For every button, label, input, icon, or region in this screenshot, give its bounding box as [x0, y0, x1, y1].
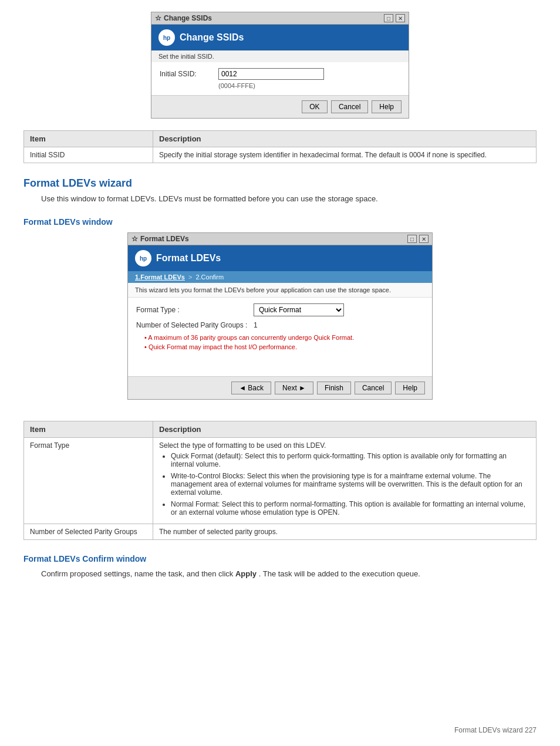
col-item: Item — [24, 131, 153, 147]
confirm-section-title: Format LDEVs Confirm window — [23, 554, 537, 563]
close-button[interactable]: ✕ — [396, 14, 405, 22]
wizard-step-1: 1.Format LDEVs — [135, 274, 185, 281]
confirm-desc-2: . The task will be added to the executio… — [259, 569, 420, 578]
hp-logo: hp — [158, 29, 175, 46]
bullet-3: Normal Format: Select this to perform no… — [171, 500, 530, 517]
format-dialog-header-title: Format LDEVs — [156, 253, 221, 264]
help-button2[interactable]: Help — [395, 382, 425, 394]
initial-ssid-row: Initial SSID: — [160, 68, 400, 80]
ssid-hint: (0004-FFFE) — [218, 82, 400, 89]
format-ldevs-window-subtitle: Format LDEVs window — [23, 217, 537, 227]
parity-groups-row: Number of Selected Parity Groups : 1 — [136, 321, 424, 329]
dialog-header-title: Change SSIDs — [180, 32, 244, 43]
minimize-button[interactable]: □ — [384, 14, 393, 22]
format-type-select[interactable]: Quick Format Write-to-Control Blocks Nor… — [254, 303, 344, 316]
bullet-2: Write-to-Control Blocks: Select this whe… — [171, 472, 530, 497]
hp-logo2: hp — [135, 250, 151, 266]
parity-groups-table-row: Number of Selected Parity Groups The num… — [24, 524, 537, 540]
dialog-titlebar: ☆ Change SSIDs □ ✕ — [151, 12, 409, 25]
change-ssids-table: Item Description Initial SSID Specify th… — [23, 130, 537, 163]
format-ldevs-desc: Use this window to format LDEVs. LDEVs m… — [41, 194, 537, 203]
format-ldevs-wizard-section: Format LDEVs wizard Use this window to f… — [23, 177, 537, 203]
dialog-header: hp Change SSIDs — [151, 25, 409, 50]
description-cell: Specify the initial storage system ident… — [153, 147, 537, 163]
wizard-steps: 1.Format LDEVs > 2.Confirm — [128, 271, 432, 283]
format-col-item: Item — [24, 421, 153, 438]
wizard-step-2: 2.Confirm — [195, 274, 224, 281]
cancel-button[interactable]: Cancel — [331, 100, 368, 113]
change-ssids-dialog: ☆ Change SSIDs □ ✕ hp Change SSIDs Set t… — [151, 12, 409, 119]
parity-groups-value: 1 — [254, 321, 258, 329]
minimize-button2[interactable]: □ — [407, 235, 417, 243]
format-form: Format Type : Quick Format Write-to-Cont… — [128, 298, 432, 359]
format-dialog-title: Format LDEVs — [140, 235, 189, 243]
format-ldevs-dialog: ☆ Format LDEVs □ ✕ hp Format LDEVs 1.For… — [127, 232, 433, 400]
format-type-row: Format Type : Quick Format Write-to-Cont… — [136, 303, 424, 316]
format-ldevs-confirm-section: Format LDEVs Confirm window Confirm prop… — [23, 554, 537, 578]
format-note-2: • Quick Format may impact the host I/O p… — [144, 343, 424, 350]
format-type-desc-cell: Select the type of formatting to be used… — [153, 438, 537, 524]
format-type-item-cell: Format Type — [24, 438, 153, 524]
format-type-intro: Select the type of formatting to be used… — [159, 441, 326, 450]
format-col-description: Description — [153, 421, 537, 438]
finish-button[interactable]: Finish — [317, 382, 351, 394]
format-type-table-row: Format Type Select the type of formattin… — [24, 438, 537, 524]
format-type-select-wrapper: Quick Format Write-to-Control Blocks Nor… — [254, 303, 344, 316]
cancel-button2[interactable]: Cancel — [355, 382, 392, 394]
titlebar-controls: □ ✕ — [384, 14, 405, 22]
expand-icon: ☆ — [155, 14, 161, 22]
table-row: Initial SSID Specify the initial storage… — [24, 147, 537, 163]
bullet-1: Quick Format (default): Select this to p… — [171, 452, 530, 468]
dialog-subtitle: Set the initial SSID. — [151, 50, 409, 62]
format-note-1: • A maximum of 36 parity groups can conc… — [144, 334, 424, 341]
initial-ssid-label: Initial SSID: — [160, 70, 218, 78]
item-cell: Initial SSID — [24, 147, 153, 163]
dialog-content: Initial SSID: (0004-FFFE) — [151, 62, 409, 95]
format-ldevs-table: Item Description Format Type Select the … — [23, 421, 537, 540]
format-ldevs-window-section: Format LDEVs window ☆ Format LDEVs □ ✕ h… — [23, 217, 537, 540]
format-dialog-titlebar: ☆ Format LDEVs □ ✕ — [128, 233, 432, 245]
expand-icon2: ☆ — [131, 235, 138, 243]
format-wizard-desc: This wizard lets you format the LDEVs be… — [128, 283, 432, 298]
parity-groups-item-cell: Number of Selected Parity Groups — [24, 524, 153, 540]
help-button[interactable]: Help — [372, 100, 402, 113]
format-type-label: Format Type : — [136, 306, 254, 314]
next-button[interactable]: Next ► — [275, 382, 313, 394]
format-dialog-footer: ◄ Back Next ► Finish Cancel Help — [128, 376, 432, 399]
format-ldevs-title: Format LDEVs wizard — [23, 177, 537, 190]
back-button[interactable]: ◄ Back — [231, 382, 271, 394]
parity-groups-desc-cell: The number of selected parity groups. — [153, 524, 537, 540]
confirm-desc-1: Confirm proposed settings, name the task… — [41, 569, 233, 578]
parity-groups-label: Number of Selected Parity Groups : — [136, 321, 254, 329]
wizard-step-sep: > — [188, 274, 192, 281]
close-button2[interactable]: ✕ — [419, 235, 429, 243]
dialog-title: Change SSIDs — [164, 14, 212, 22]
dialog-footer: OK Cancel Help — [151, 95, 409, 118]
initial-ssid-input[interactable] — [218, 68, 324, 80]
confirm-bold: Apply — [235, 569, 257, 578]
format-dialog-header: hp Format LDEVs — [128, 245, 432, 271]
confirm-desc: Confirm proposed settings, name the task… — [41, 569, 537, 578]
page-footer: Format LDEVs wizard 227 — [454, 726, 537, 734]
titlebar-controls2: □ ✕ — [407, 235, 429, 243]
format-type-bullets: Quick Format (default): Select this to p… — [159, 452, 530, 517]
ok-button[interactable]: OK — [302, 100, 328, 113]
col-description: Description — [153, 131, 537, 147]
